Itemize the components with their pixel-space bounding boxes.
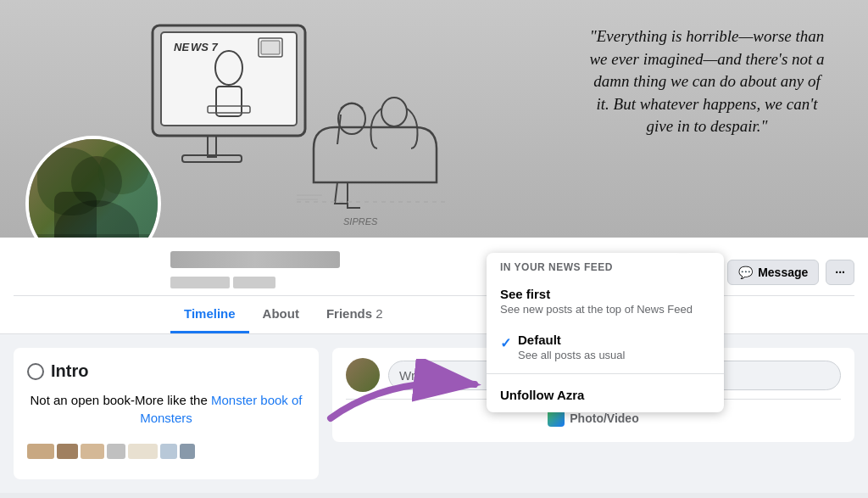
color-bar-7: [180, 444, 195, 459]
intro-title: Intro: [27, 361, 305, 381]
see-first-subtitle: See new posts at the top of News Feed: [500, 303, 710, 316]
color-bar-3: [81, 444, 104, 459]
unfollow-option[interactable]: Unfollow Azra: [487, 378, 724, 412]
profile-info-bar: ✓ Friends ▾ ✓ Following ▾ 💬 Message ··: [0, 238, 868, 334]
svg-text:WS 7: WS 7: [191, 41, 219, 53]
see-first-title: See first: [500, 287, 710, 301]
tab-friends[interactable]: Friends 2: [313, 296, 397, 333]
timeline-label: Timeline: [184, 306, 236, 321]
intro-link[interactable]: Monster book of Monsters: [140, 393, 302, 425]
color-bar-1: [27, 444, 54, 459]
dropdown-header: IN YOUR NEWS FEED: [487, 253, 724, 278]
cover-photo: NE WS 7: [0, 0, 868, 238]
profile-tabs: Timeline About Friends 2: [14, 295, 854, 333]
cover-quote: "Everything is horrible—worse than we ev…: [563, 8, 851, 155]
tab-about[interactable]: About: [249, 296, 313, 333]
message-label: Message: [758, 266, 808, 279]
message-icon: 💬: [738, 266, 753, 279]
svg-point-12: [381, 98, 407, 126]
color-bar-5: [128, 444, 158, 459]
friends-count: 2: [376, 306, 382, 321]
avatar[interactable]: 📍: [25, 136, 161, 238]
about-label: About: [263, 306, 299, 321]
svg-text:SIPRES: SIPRES: [343, 216, 378, 227]
tab-timeline[interactable]: Timeline: [170, 296, 249, 333]
svg-text:NE: NE: [174, 41, 189, 53]
intro-title-text: Intro: [51, 361, 88, 381]
following-dropdown: IN YOUR NEWS FEED See first See new post…: [487, 253, 724, 412]
profile-name-area: ✓ Friends ▾ ✓ Following ▾ 💬 Message ··: [14, 244, 854, 295]
color-bars: [27, 437, 305, 466]
cover-sketch: NE WS 7: [127, 17, 449, 229]
color-bar-4: [107, 444, 125, 459]
left-column: Intro Not an open book-More like the Mon…: [14, 348, 319, 479]
default-checkmark-icon: ✓: [500, 336, 511, 350]
intro-card: Intro Not an open book-More like the Mon…: [14, 348, 319, 479]
default-title: Default: [518, 333, 625, 347]
tutorial-arrow: [322, 359, 492, 430]
more-label: ···: [835, 266, 845, 279]
dropdown-divider: [487, 373, 724, 374]
avatar-image: [29, 139, 158, 238]
friends-tab-label: Friends: [326, 306, 372, 321]
see-first-option[interactable]: See first See new posts at the top of Ne…: [487, 278, 724, 324]
photo-video-label: Photo/Video: [570, 411, 638, 425]
globe-icon: [27, 363, 44, 380]
profile-name-blurred: [170, 251, 340, 268]
photo-video-icon: [548, 410, 565, 427]
color-bar-6: [160, 444, 177, 459]
svg-rect-2: [208, 136, 216, 157]
more-button[interactable]: ···: [826, 260, 854, 285]
default-option[interactable]: ✓ Default See all posts as usual: [487, 324, 724, 370]
color-bar-2: [57, 444, 78, 459]
message-button[interactable]: 💬 Message: [727, 260, 819, 285]
default-subtitle: See all posts as usual: [518, 349, 625, 361]
intro-text: Not an open book-More like the Monster b…: [27, 391, 305, 427]
svg-rect-10: [261, 41, 280, 54]
